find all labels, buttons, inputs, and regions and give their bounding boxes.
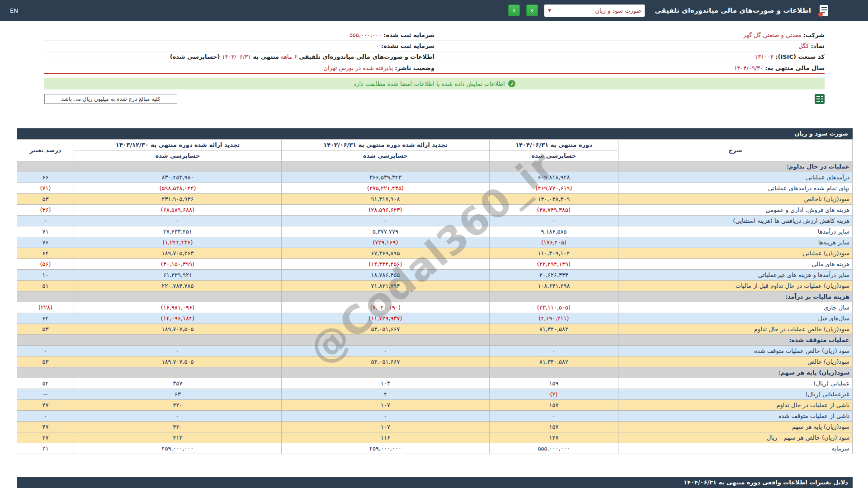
row-label: هزینه های فروش، اداری و عمومی xyxy=(618,205,853,216)
statement-select[interactable]: صورت سود و زیان ▼ xyxy=(544,5,645,17)
value-restated-prior-period: (۷۲۹,۱۶۹) xyxy=(282,237,490,248)
value-current-period: ۵۵۵,۰۰۰,۰۰۰ xyxy=(490,443,618,454)
value-restated-prior-period xyxy=(282,161,490,172)
statement-row: سال جاری(۲۳,۱۱۰,۵۰۵)(۷,۰۴۰,۱۹۰)(۱۶,۹۸۱,۰… xyxy=(17,302,853,313)
language-en-link[interactable]: EN xyxy=(10,7,18,14)
percent-change xyxy=(17,367,74,378)
row-label: درآمدهای عملیاتی xyxy=(618,172,853,183)
statement-row: سایر درآمدها۹,۱۸۶,۵۸۵۵,۳۷۷,۷۷۹۲۷,۶۳۳,۴۵۱… xyxy=(17,226,853,237)
percent-change: ۵۳ xyxy=(17,357,74,367)
next-statement-button[interactable]: › xyxy=(526,5,538,16)
value-current-period: (۲۲,۲۹۴,۱۴۹) xyxy=(490,259,618,270)
value-restated-prior-period: ۰ xyxy=(282,346,490,357)
percent-change: ۶۴ xyxy=(17,248,74,259)
value-restated-prior-year: ۴۵۹,۰۰۰,۰۰۰ xyxy=(74,443,282,454)
percent-change: ۲۷ xyxy=(17,432,74,443)
company-value: معدني و صنعتي گل گهر xyxy=(743,32,802,38)
value-restated-prior-period: ۱۰۷ xyxy=(282,422,490,432)
prev-statement-button[interactable]: ‹ xyxy=(508,5,520,16)
col-header-restated-prior-period: تجدید ارائه شده دوره منتهی به ۱۴۰۳/۰۶/۳۱ xyxy=(282,140,490,150)
footer-section-title: دلایل تغییرات اطلاعات واقعی دوره منتهی ب… xyxy=(17,477,853,488)
percent-change: ۵۱ xyxy=(17,281,74,291)
report-part1: اطلاعات و صورت‌های مالی میاندوره‌ای تلفی… xyxy=(299,53,434,60)
value-restated-prior-period: ۵,۳۷۷,۷۷۹ xyxy=(282,226,490,237)
row-label: هزینه کاهش ارزش دریافتنی ها (هزینه استثن… xyxy=(618,216,853,226)
percent-change: ۴۷ xyxy=(17,400,74,411)
value-current-period: ۱۵۹ xyxy=(490,378,618,389)
statement-row: سود(زیان) پایه هر سهم۱۵۷۱۰۷۴۲۰۴۷ xyxy=(17,422,853,432)
excel-export-icon[interactable] xyxy=(815,94,825,104)
value-restated-prior-year: ۸۳۰,۴۵۳,۹۸۰ xyxy=(74,172,282,183)
percent-change: ۷۱ xyxy=(17,226,74,237)
value-restated-prior-year xyxy=(74,291,282,302)
value-restated-prior-period: ۴ xyxy=(282,389,490,400)
value-current-period: (۴,۱۹۰,۲۱۱) xyxy=(490,313,618,324)
value-current-period: (۲۳,۱۱۰,۵۰۵) xyxy=(490,302,618,313)
company-info-row: سال مالی منتهی به: ۱۴۰۴/۰۹/۳۰ وضعیت ناشر… xyxy=(44,62,825,73)
value-restated-prior-year: ۴۱۳ xyxy=(74,432,282,443)
percent-change xyxy=(17,291,74,302)
statement-row: سود (زیان) خالص عملیات متوقف شده۰۰۰۰ xyxy=(17,346,853,357)
row-label: هزینه های مالی xyxy=(618,259,853,270)
symbol-field: نماد: کگل xyxy=(434,42,825,49)
company-info-row: کد صنعت (ISIC): ۱۳۱۰۰۳ اطلاعات و صورت‌ها… xyxy=(44,52,825,62)
info-icon: i xyxy=(508,80,515,87)
percent-change: ۱۰ xyxy=(17,270,74,281)
value-restated-prior-year: (۳۰,۱۵۰,۳۹۹) xyxy=(74,259,282,270)
statement-row: سایر هزینه‌ها(۱۷۶,۴۰۵)(۷۲۹,۱۶۹)(۱,۲۴۴,۴۳… xyxy=(17,237,853,248)
row-label: سایر درآمدها و هزینه های غیرعملیاتی xyxy=(618,270,853,281)
percent-change: ۴۷ xyxy=(17,422,74,432)
statement-row: سود(زیان) خالص عملیات در حال تداوم۸۱,۳۴۰… xyxy=(17,324,853,335)
section-header-row: سود(زیان) پایه هر سهم: xyxy=(17,367,853,378)
value-current-period: ۱۱۰,۳۰۹,۱۰۴ xyxy=(490,248,618,259)
value-restated-prior-year: ۶۱,۲۲۹,۹۲۱ xyxy=(74,270,282,281)
value-current-period: ۰ xyxy=(490,216,618,226)
value-restated-prior-period: ۱۱۶ xyxy=(282,432,490,443)
value-current-period xyxy=(490,335,618,346)
top-navbar: اطلاعات و صورت‌های مالی میاندوره‌ای تلفی… xyxy=(0,0,868,21)
row-label: سرمایه xyxy=(618,443,853,454)
value-restated-prior-period: ۱۰۳ xyxy=(282,378,490,389)
section-label: عملیات در حال تداوم: xyxy=(618,161,853,172)
unregistered-capital-field: سرمایه ثبت نشده: ۰ xyxy=(44,42,434,49)
col-header-restated-prior-year: تجدید ارائه شده دوره منتهی به ۱۴۰۳/۱۲/۳۰ xyxy=(74,140,282,150)
section-header-row: عملیات متوقف شده: xyxy=(17,335,853,346)
percent-change: (۵۶) xyxy=(17,259,74,270)
statement-row: سود(زیان) عملیات در حال تداوم قبل از مال… xyxy=(17,281,853,291)
value-current-period: ۹,۱۸۶,۵۸۵ xyxy=(490,226,618,237)
value-restated-prior-period: (۱۴,۳۳۴,۴۵۶) xyxy=(282,259,490,270)
value-restated-prior-period xyxy=(282,291,490,302)
row-label: ناشی از عملیات متوقف شده xyxy=(618,411,853,422)
value-restated-prior-period: ۶۷,۳۶۹,۸۹۵ xyxy=(282,248,490,259)
value-restated-prior-period: ۰ xyxy=(282,216,490,226)
value-current-period xyxy=(490,367,618,378)
statement-row: عملیاتی (ریال)۱۵۹۱۰۳۳۵۷۵۴ xyxy=(17,378,853,389)
percent-change: ۵۴ xyxy=(17,378,74,389)
percent-change: ۰ xyxy=(17,411,74,422)
statement-row: هزینه های فروش، اداری و عمومی(۳۸,۷۴۹,۳۸۵… xyxy=(17,205,853,216)
percent-change: ۵۳ xyxy=(17,194,74,205)
report-part3: (حسابرسی شده) xyxy=(170,53,220,60)
value-restated-prior-year: ۱۸۹,۷۰۷,۵۰۵ xyxy=(74,357,282,367)
percent-change: (۲۲۸) xyxy=(17,302,74,313)
col-header-description: شرح xyxy=(618,140,853,161)
value-restated-prior-year: ۰ xyxy=(74,346,282,357)
value-current-period xyxy=(490,291,618,302)
income-statement-table: شرح دوره منتهی به ۱۴۰۴/۰۶/۳۱ تجدید ارائه… xyxy=(17,139,853,454)
row-label: سایر درآمدها xyxy=(618,226,853,237)
percent-change: ۶۶ xyxy=(17,172,74,183)
percent-change: ۶۴ xyxy=(17,313,74,324)
col-header-current-period: دوره منتهی به ۱۴۰۴/۰۶/۳۱ xyxy=(490,140,618,150)
section-label: سود(زیان) پایه هر سهم: xyxy=(618,367,853,378)
publisher-status-value: پذیرفته شده در بورس تهران xyxy=(324,65,393,71)
value-restated-prior-period: ۱۰۷ xyxy=(282,400,490,411)
unregistered-capital-value: ۰ xyxy=(376,42,379,49)
section-header-row: هزینه مالیات بر درآمد: xyxy=(17,291,853,302)
value-restated-prior-year: ۳۵۷ xyxy=(74,378,282,389)
statement-row: هزینه های مالی(۲۲,۲۹۴,۱۴۹)(۱۴,۳۳۴,۴۵۶)(۳… xyxy=(17,259,853,270)
value-restated-prior-period xyxy=(282,335,490,346)
value-current-period: (۲) xyxy=(490,389,618,400)
percent-change: ۰ xyxy=(17,346,74,357)
value-restated-prior-period: ۹۱,۳۱۷,۹۰۸ xyxy=(282,194,490,205)
unregistered-capital-label: سرمایه ثبت نشده: xyxy=(381,42,434,49)
